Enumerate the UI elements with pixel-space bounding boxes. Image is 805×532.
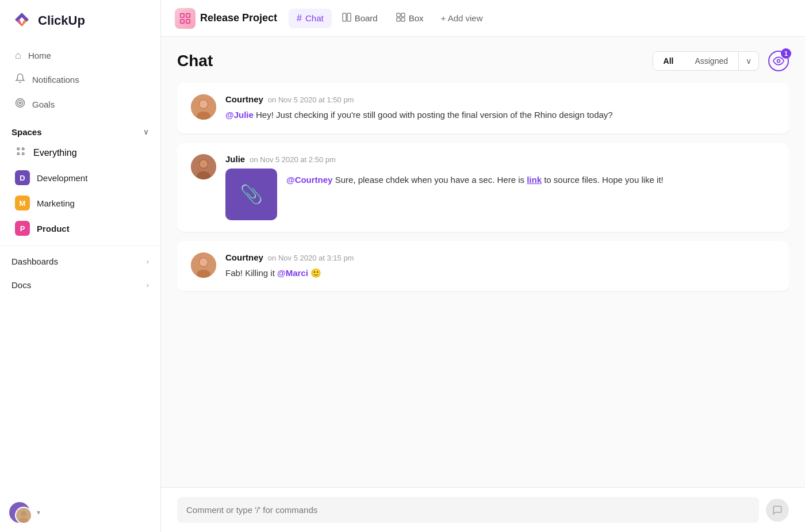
msg-2-meta: Julie on Nov 5 2020 at 2:50 pm [225,154,775,164]
goals-icon [15,98,25,111]
watch-count-badge: 1 [781,48,791,59]
msg-3-author: Courtney [225,252,263,262]
product-initial: P [20,224,25,233]
spaces-label: Spaces [12,127,42,137]
chevron-down-icon: ∨ [746,56,752,66]
logo-area: ClickUp [0,0,160,41]
avatar-julie [191,154,216,179]
watch-button[interactable]: 1 [768,51,789,71]
space-product[interactable]: P Product [3,216,157,241]
tab-box-label: Box [409,13,424,23]
send-button[interactable] [766,499,789,522]
everything-grid-icon [15,146,26,160]
spaces-header: Spaces ∨ [0,119,160,140]
tab-chat-label: Chat [305,13,324,23]
svg-rect-14 [186,19,190,22]
msg-1-time: on Nov 5 2020 at 1:50 pm [268,95,354,104]
comment-bar [161,487,805,532]
chat-content: Chat All Assigned ∨ [161,37,805,487]
chat-hash-icon: # [297,13,302,24]
svg-point-29 [200,160,208,168]
msg-1-text: @Julie Hey! Just checking if you're stil… [225,109,775,122]
message-2: Julie on Nov 5 2020 at 2:50 pm 📎 @Courtn… [177,143,789,232]
tab-board[interactable]: Board [334,8,386,29]
board-icon [342,13,351,24]
nav-notifications[interactable]: Notifications [3,67,157,92]
nav-home-label: Home [28,51,51,60]
topbar: Release Project # Chat Board [161,0,805,37]
filter-group: All Assigned ∨ [653,51,759,71]
msg-1-mention: @Julie [225,110,254,120]
section-dashboards[interactable]: Dashboards › [0,250,160,273]
msg-1-meta: Courtney on Nov 5 2020 at 1:50 pm [225,94,775,104]
clickup-logo-icon [12,10,32,31]
message-3: Courtney on Nov 5 2020 at 3:15 pm Fab! K… [177,241,789,292]
nav-goals[interactable]: Goals [3,92,157,117]
svg-point-33 [200,258,208,266]
user-photo-avatar [15,507,32,524]
sidebar: ClickUp ⌂ Home Notifications [0,0,161,532]
spaces-chevron-icon[interactable]: ∨ [143,128,149,136]
filter-assigned-button[interactable]: Assigned [684,52,738,70]
msg-2-text: @Courtney Sure, please chdek when you ha… [286,169,664,187]
svg-point-3 [18,101,23,106]
msg-2-mention: @Courtney [286,175,332,185]
marketing-initial: M [20,199,26,208]
svg-point-9 [21,511,26,516]
filter-dropdown-button[interactable]: ∨ [738,52,758,70]
msg-3-text: Fab! Killing it @Marci 🙂 [225,267,775,280]
product-label: Product [37,224,70,234]
svg-rect-11 [181,13,184,17]
filter-all-button[interactable]: All [653,52,684,70]
svg-point-21 [777,60,780,63]
development-label: Development [37,173,87,183]
comment-input[interactable] [177,497,759,523]
sidebar-footer: S ▾ [0,493,160,532]
box-icon [396,13,405,24]
svg-rect-13 [181,19,184,22]
svg-rect-16 [347,13,351,21]
add-view-button[interactable]: + Add view [434,9,490,28]
nav-home[interactable]: ⌂ Home [3,44,157,67]
svg-rect-12 [186,13,190,17]
svg-point-6 [22,148,24,150]
tab-box[interactable]: Box [388,8,432,29]
svg-point-5 [17,148,19,150]
msg-3-meta: Courtney on Nov 5 2020 at 3:15 pm [225,252,775,262]
main-nav: ⌂ Home Notifications Goals [0,41,160,119]
svg-point-7 [17,153,19,155]
nav-everything[interactable]: Everything [3,140,157,165]
everything-label: Everything [33,148,77,158]
msg-2-body: Julie on Nov 5 2020 at 2:50 pm 📎 @Courtn… [225,154,775,220]
svg-marker-1 [17,20,26,26]
avatar-courtney-1 [191,94,216,120]
section-docs[interactable]: Docs › [0,273,160,297]
svg-point-4 [20,102,21,104]
space-development[interactable]: D Development [3,165,157,190]
svg-marker-0 [15,13,29,22]
svg-rect-18 [401,13,405,17]
svg-point-8 [22,153,24,155]
msg-3-body: Courtney on Nov 5 2020 at 3:15 pm Fab! K… [225,252,775,280]
space-marketing[interactable]: M Marketing [3,190,157,216]
msg-2-time: on Nov 5 2020 at 2:50 pm [250,155,336,164]
dashboards-arrow-icon: › [147,257,149,266]
chat-title: Chat [177,52,213,70]
footer-caret-icon[interactable]: ▾ [37,508,40,516]
msg-2-link[interactable]: link [527,175,542,185]
marketing-label: Marketing [37,198,75,208]
msg-3-emoji: 🙂 [310,268,321,278]
project-title: Release Project [200,12,277,24]
add-view-label: + Add view [441,13,483,23]
app-name: ClickUp [38,13,85,28]
msg-1-body: Courtney on Nov 5 2020 at 1:50 pm @Julie… [225,94,775,122]
paperclip-icon: 📎 [240,183,263,205]
msg-1-author: Courtney [225,94,263,104]
message-1: Courtney on Nov 5 2020 at 1:50 pm @Julie… [177,83,789,133]
nav-notifications-label: Notifications [32,75,79,85]
user-avatar-stack[interactable]: S [9,501,32,524]
msg-2-attachment-block: 📎 @Courtney Sure, please chdek when you … [225,169,775,220]
tab-chat[interactable]: # Chat [289,9,332,28]
svg-point-10 [19,518,28,523]
home-icon: ⌂ [15,49,21,62]
